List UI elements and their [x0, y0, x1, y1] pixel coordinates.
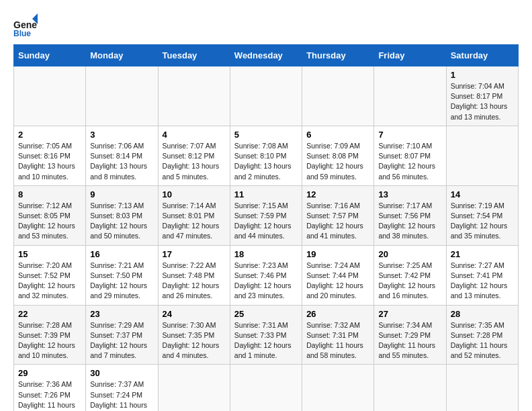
calendar-cell — [302, 365, 374, 411]
calendar-cell — [446, 365, 518, 411]
calendar-cell: 16Sunrise: 7:21 AM Sunset: 7:50 PM Dayli… — [86, 245, 158, 305]
calendar-body: 1Sunrise: 7:04 AM Sunset: 8:17 PM Daylig… — [14, 66, 519, 412]
calendar-cell — [230, 365, 302, 411]
calendar-table: SundayMondayTuesdayWednesdayThursdayFrid… — [13, 44, 519, 411]
calendar-cell: 5Sunrise: 7:08 AM Sunset: 8:10 PM Daylig… — [230, 126, 302, 185]
day-number: 16 — [90, 249, 153, 259]
day-number: 19 — [306, 249, 369, 259]
day-number: 4 — [163, 130, 226, 140]
week-row-2: 2Sunrise: 7:05 AM Sunset: 8:16 PM Daylig… — [14, 126, 519, 185]
day-number: 21 — [451, 249, 514, 259]
day-number: 28 — [451, 309, 514, 319]
day-info: Sunrise: 7:28 AM Sunset: 7:39 PM Dayligh… — [18, 320, 81, 361]
col-header-wednesday: Wednesday — [230, 45, 302, 66]
week-row-6: 29Sunrise: 7:36 AM Sunset: 7:26 PM Dayli… — [14, 365, 519, 411]
calendar-cell: 17Sunrise: 7:22 AM Sunset: 7:48 PM Dayli… — [158, 245, 230, 305]
calendar-cell: 6Sunrise: 7:09 AM Sunset: 8:08 PM Daylig… — [302, 126, 374, 185]
calendar-cell: 22Sunrise: 7:28 AM Sunset: 7:39 PM Dayli… — [14, 305, 86, 365]
day-number: 29 — [18, 368, 81, 378]
calendar-cell: 30Sunrise: 7:37 AM Sunset: 7:24 PM Dayli… — [86, 365, 158, 411]
day-number: 24 — [163, 309, 226, 319]
day-info: Sunrise: 7:07 AM Sunset: 8:12 PM Dayligh… — [163, 141, 226, 182]
calendar-cell: 23Sunrise: 7:29 AM Sunset: 7:37 PM Dayli… — [86, 305, 158, 365]
day-info: Sunrise: 7:09 AM Sunset: 8:08 PM Dayligh… — [306, 141, 369, 182]
calendar-cell — [302, 66, 374, 126]
day-number: 25 — [234, 309, 298, 319]
day-info: Sunrise: 7:20 AM Sunset: 7:52 PM Dayligh… — [18, 261, 81, 302]
calendar-cell — [230, 66, 302, 126]
day-info: Sunrise: 7:10 AM Sunset: 8:07 PM Dayligh… — [378, 141, 441, 182]
day-number: 2 — [18, 130, 81, 140]
day-info: Sunrise: 7:13 AM Sunset: 8:03 PM Dayligh… — [90, 201, 153, 242]
day-info: Sunrise: 7:37 AM Sunset: 7:24 PM Dayligh… — [90, 379, 153, 411]
day-number: 17 — [163, 249, 226, 259]
calendar-cell — [374, 66, 446, 126]
week-row-1: 1Sunrise: 7:04 AM Sunset: 8:17 PM Daylig… — [14, 66, 519, 126]
day-number: 5 — [234, 130, 298, 140]
day-info: Sunrise: 7:14 AM Sunset: 8:01 PM Dayligh… — [163, 201, 226, 242]
day-number: 30 — [90, 368, 153, 378]
week-row-3: 8Sunrise: 7:12 AM Sunset: 8:05 PM Daylig… — [14, 185, 519, 245]
calendar-cell: 28Sunrise: 7:35 AM Sunset: 7:28 PM Dayli… — [446, 305, 518, 365]
col-header-sunday: Sunday — [14, 45, 86, 66]
day-number: 23 — [90, 309, 153, 319]
calendar-cell: 25Sunrise: 7:31 AM Sunset: 7:33 PM Dayli… — [230, 305, 302, 365]
day-info: Sunrise: 7:23 AM Sunset: 7:46 PM Dayligh… — [234, 261, 298, 302]
logo: General Blue — [13, 13, 40, 38]
col-header-friday: Friday — [374, 45, 446, 66]
day-number: 13 — [378, 189, 441, 199]
logo-icon: General Blue — [13, 13, 38, 38]
calendar-cell: 9Sunrise: 7:13 AM Sunset: 8:03 PM Daylig… — [86, 185, 158, 245]
day-number: 27 — [378, 309, 441, 319]
calendar-cell: 3Sunrise: 7:06 AM Sunset: 8:14 PM Daylig… — [86, 126, 158, 185]
column-headers-row: SundayMondayTuesdayWednesdayThursdayFrid… — [14, 45, 519, 66]
col-header-thursday: Thursday — [302, 45, 374, 66]
day-info: Sunrise: 7:21 AM Sunset: 7:50 PM Dayligh… — [90, 261, 153, 302]
day-info: Sunrise: 7:05 AM Sunset: 8:16 PM Dayligh… — [18, 141, 81, 182]
calendar-cell — [446, 126, 518, 185]
calendar-cell: 24Sunrise: 7:30 AM Sunset: 7:35 PM Dayli… — [158, 305, 230, 365]
day-info: Sunrise: 7:04 AM Sunset: 8:17 PM Dayligh… — [451, 81, 514, 122]
calendar-cell — [374, 365, 446, 411]
calendar-cell: 7Sunrise: 7:10 AM Sunset: 8:07 PM Daylig… — [374, 126, 446, 185]
day-info: Sunrise: 7:35 AM Sunset: 7:28 PM Dayligh… — [451, 320, 514, 361]
calendar-cell: 12Sunrise: 7:16 AM Sunset: 7:57 PM Dayli… — [302, 185, 374, 245]
calendar-cell: 13Sunrise: 7:17 AM Sunset: 7:56 PM Dayli… — [374, 185, 446, 245]
day-number: 10 — [163, 189, 226, 199]
page-header: General Blue — [13, 13, 519, 38]
week-row-5: 22Sunrise: 7:28 AM Sunset: 7:39 PM Dayli… — [14, 305, 519, 365]
calendar-cell: 14Sunrise: 7:19 AM Sunset: 7:54 PM Dayli… — [446, 185, 518, 245]
day-info: Sunrise: 7:36 AM Sunset: 7:26 PM Dayligh… — [18, 379, 81, 411]
day-number: 20 — [378, 249, 441, 259]
calendar-cell: 2Sunrise: 7:05 AM Sunset: 8:16 PM Daylig… — [14, 126, 86, 185]
day-info: Sunrise: 7:19 AM Sunset: 7:54 PM Dayligh… — [451, 201, 514, 242]
calendar-cell: 19Sunrise: 7:24 AM Sunset: 7:44 PM Dayli… — [302, 245, 374, 305]
calendar-cell — [158, 365, 230, 411]
day-info: Sunrise: 7:30 AM Sunset: 7:35 PM Dayligh… — [163, 320, 226, 361]
day-info: Sunrise: 7:12 AM Sunset: 8:05 PM Dayligh… — [18, 201, 81, 242]
calendar-cell: 20Sunrise: 7:25 AM Sunset: 7:42 PM Dayli… — [374, 245, 446, 305]
calendar-cell: 8Sunrise: 7:12 AM Sunset: 8:05 PM Daylig… — [14, 185, 86, 245]
day-number: 22 — [18, 309, 81, 319]
calendar-cell: 21Sunrise: 7:27 AM Sunset: 7:41 PM Dayli… — [446, 245, 518, 305]
day-info: Sunrise: 7:29 AM Sunset: 7:37 PM Dayligh… — [90, 320, 153, 361]
day-number: 6 — [306, 130, 369, 140]
day-number: 9 — [90, 189, 153, 199]
calendar-cell — [14, 66, 86, 126]
day-info: Sunrise: 7:22 AM Sunset: 7:48 PM Dayligh… — [163, 261, 226, 302]
day-info: Sunrise: 7:08 AM Sunset: 8:10 PM Dayligh… — [234, 141, 298, 182]
week-row-4: 15Sunrise: 7:20 AM Sunset: 7:52 PM Dayli… — [14, 245, 519, 305]
calendar-cell: 15Sunrise: 7:20 AM Sunset: 7:52 PM Dayli… — [14, 245, 86, 305]
calendar-cell: 18Sunrise: 7:23 AM Sunset: 7:46 PM Dayli… — [230, 245, 302, 305]
day-info: Sunrise: 7:17 AM Sunset: 7:56 PM Dayligh… — [378, 201, 441, 242]
day-number: 1 — [451, 70, 514, 80]
svg-text:Blue: Blue — [13, 29, 31, 38]
day-info: Sunrise: 7:06 AM Sunset: 8:14 PM Dayligh… — [90, 141, 153, 182]
day-info: Sunrise: 7:25 AM Sunset: 7:42 PM Dayligh… — [378, 261, 441, 302]
calendar-cell — [86, 66, 158, 126]
day-number: 26 — [306, 309, 369, 319]
day-number: 18 — [234, 249, 298, 259]
calendar-cell: 4Sunrise: 7:07 AM Sunset: 8:12 PM Daylig… — [158, 126, 230, 185]
day-info: Sunrise: 7:31 AM Sunset: 7:33 PM Dayligh… — [234, 320, 298, 361]
calendar-cell: 11Sunrise: 7:15 AM Sunset: 7:59 PM Dayli… — [230, 185, 302, 245]
